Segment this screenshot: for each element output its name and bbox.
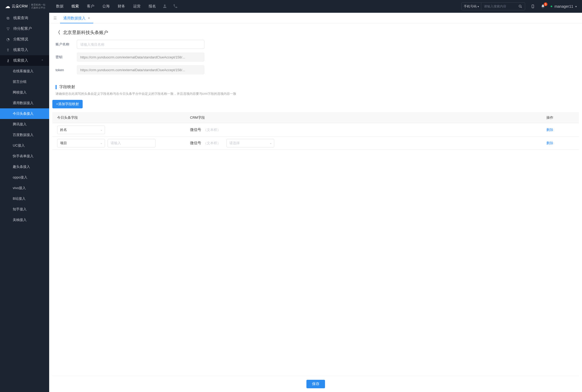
sidebar-sub-kuaishou[interactable]: 快手表单接入 xyxy=(0,151,49,161)
th-action: 操作 xyxy=(542,115,579,120)
sidebar-sub-baidu[interactable]: 百度数据接入 xyxy=(0,130,49,140)
crm-field-type: （文本框） xyxy=(203,127,221,132)
crm-field-type: （文本框） xyxy=(203,141,221,146)
nav-finance[interactable]: 财务 xyxy=(118,4,125,9)
sidebar-clue-access[interactable]: ⚷线索接入⌃ xyxy=(0,55,49,66)
close-icon[interactable]: ✕ xyxy=(88,16,90,20)
page-title: 北京昱新科技头条账户 xyxy=(63,29,108,36)
search-input[interactable] xyxy=(481,5,516,8)
add-mapping-button[interactable]: +添加字段映射 xyxy=(52,100,83,108)
label-token: token xyxy=(56,68,77,72)
search-box: 手机号码▾ xyxy=(461,2,525,10)
input-account-name[interactable] xyxy=(77,40,204,49)
sidebar-unassigned[interactable]: ▽待分配客户 xyxy=(0,23,49,34)
chevron-down-icon: ▾ xyxy=(575,5,577,8)
crm-field-value: 微信号 xyxy=(190,127,201,132)
search-button[interactable] xyxy=(516,3,525,10)
logo[interactable]: ☁ 云朵CRM 教育机构一站式服务云平台 xyxy=(5,3,45,9)
table-head: 今日头条字段 CRM字段 操作 xyxy=(52,112,579,123)
logo-brand: 云朵CRM xyxy=(12,4,28,9)
header: ☁ 云朵CRM 教育机构一站式服务云平台 数据 线索 客户 公海 财务 运营 报… xyxy=(0,0,582,13)
phone-icon[interactable] xyxy=(530,4,535,9)
section-title: 字段映射 xyxy=(59,84,75,90)
input-key xyxy=(77,53,204,62)
sidebar-clue-search[interactable]: ⧉线索查询 xyxy=(0,13,49,23)
sidebar-import[interactable]: ⇪线索导入 xyxy=(0,45,49,55)
save-button[interactable]: 保存 xyxy=(306,380,325,388)
crm-field-value: 微信号 xyxy=(190,141,201,146)
section-help: 请确保您在此填写的头条自定义字段名称与在今日头条平台中自定义的字段名称一致，并且… xyxy=(56,92,576,96)
sidebar-sub-tencent[interactable]: 腾讯接入 xyxy=(0,119,49,130)
status-dot-icon xyxy=(551,6,552,7)
sidebar: ⧉线索查询 ▽待分配客户 ◔分配情况 ⇪线索导入 ⚷线索接入⌃ 在线客服接入 留… xyxy=(0,13,49,392)
sidebar-sub-toutiao[interactable]: 今日头条接入 xyxy=(0,108,49,119)
input-token xyxy=(77,65,204,74)
section-bar-icon xyxy=(56,85,57,89)
nav-enroll[interactable]: 报名 xyxy=(149,4,156,9)
sidebar-sub-zhihu[interactable]: 知乎接入 xyxy=(0,204,49,215)
nav-customer[interactable]: 客户 xyxy=(87,4,94,9)
sidebar-sub-vivo[interactable]: vivo接入 xyxy=(0,183,49,193)
tabs-bar: ☰ 通用数据接入 ✕ xyxy=(49,13,582,23)
tabs-menu-icon[interactable]: ☰ xyxy=(52,15,58,21)
delete-link[interactable]: 删除 xyxy=(546,141,553,145)
sidebar-sub-oppo[interactable]: oppo接入 xyxy=(0,172,49,183)
notification-bell-icon[interactable]: 5 xyxy=(541,4,545,9)
sidebar-sub-meiyou[interactable]: 美柚接入 xyxy=(0,215,49,225)
top-nav: 数据 线索 客户 公海 财务 运营 报名 xyxy=(56,4,156,9)
logo-cloud-icon: ☁ xyxy=(5,3,10,9)
logo-subtitle: 教育机构一站式服务云平台 xyxy=(29,3,45,9)
th-toutiao-field: 今日头条字段 xyxy=(52,115,185,120)
input-field-value[interactable] xyxy=(108,139,155,147)
nav-pool[interactable]: 公海 xyxy=(102,4,110,9)
sidebar-sub-msg-group[interactable]: 留言分组 xyxy=(0,76,49,87)
select-crm-option[interactable]: 请选择⌄ xyxy=(226,139,274,147)
search-type-select[interactable]: 手机号码▾ xyxy=(462,3,481,10)
nav-data[interactable]: 数据 xyxy=(56,4,64,9)
delete-link[interactable]: 删除 xyxy=(546,128,553,132)
user-name: manager11 xyxy=(554,4,573,8)
nav-clue[interactable]: 线索 xyxy=(71,4,79,9)
person-icon[interactable] xyxy=(162,4,167,9)
notification-badge: 5 xyxy=(544,2,547,6)
th-crm-field: CRM字段 xyxy=(185,115,542,120)
table-row: 姓名⌄ 微信号 （文本框） 删除 xyxy=(52,123,579,137)
select-toutiao-field[interactable]: 姓名⌄ xyxy=(57,126,105,134)
svg-line-2 xyxy=(521,7,522,8)
sidebar-sub-generic[interactable]: 通用数据接入 xyxy=(0,98,49,108)
select-toutiao-field[interactable]: 项目⌄ xyxy=(57,139,105,147)
label-key: 密钥 xyxy=(56,55,77,59)
sidebar-allocation[interactable]: ◔分配情况 xyxy=(0,34,49,45)
sidebar-sub-online-cs[interactable]: 在线客服接入 xyxy=(0,66,49,76)
user-menu[interactable]: manager11 ▾ xyxy=(551,4,577,8)
call-icon[interactable] xyxy=(173,4,178,9)
table-row: 项目⌄ 微信号 （文本框） 请选择⌄ 删除 xyxy=(52,137,579,150)
nav-ops[interactable]: 运营 xyxy=(133,4,141,9)
sidebar-sub-qutoutiao[interactable]: 趣头条接入 xyxy=(0,161,49,172)
sidebar-sub-bilibili[interactable]: B站接入 xyxy=(0,193,49,204)
back-button[interactable]: 〈 xyxy=(56,29,60,36)
svg-point-0 xyxy=(164,5,166,6)
sidebar-sub-school[interactable]: 网校接入 xyxy=(0,87,49,98)
svg-point-1 xyxy=(519,5,521,7)
tab-generic-data[interactable]: 通用数据接入 ✕ xyxy=(60,14,93,23)
sidebar-sub-uc[interactable]: UC接入 xyxy=(0,140,49,151)
label-account-name: 账户名称 xyxy=(56,42,77,47)
